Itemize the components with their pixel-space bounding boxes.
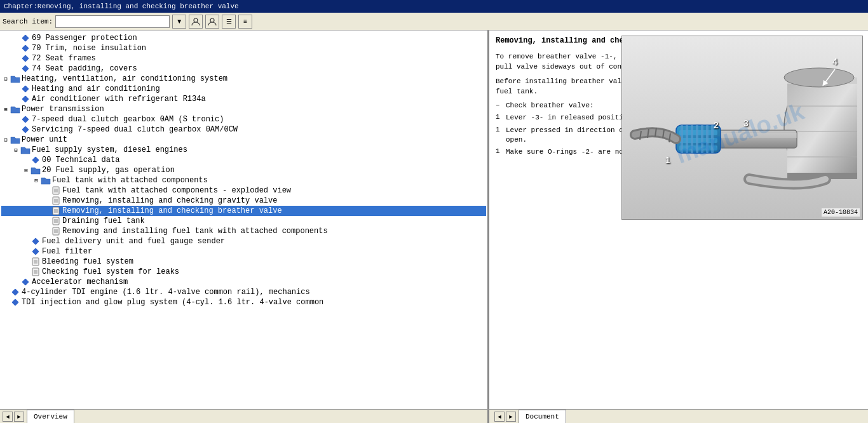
doc-next-btn[interactable]: ► [506, 412, 516, 422]
tree-item-t25[interactable]: Accelerator mechanism [1, 277, 486, 287]
expander-t24[interactable] [22, 267, 31, 276]
svg-rect-2 [22, 34, 29, 41]
user-btn[interactable] [189, 15, 203, 29]
search-input[interactable] [55, 15, 170, 28]
tree-item-t9[interactable]: 7-speed dual clutch gearbox 0AM (S troni… [1, 114, 486, 124]
expander-t8[interactable]: ⊞ [1, 105, 10, 114]
label-t6: Heating and air conditioning [32, 84, 160, 93]
label-t24: Checking fuel system for leaks [42, 267, 179, 276]
tree-item-t15[interactable]: ⊟Fuel tank with attached components [1, 175, 486, 185]
image-label: A20-10834 [822, 208, 860, 217]
user2-btn[interactable] [205, 15, 219, 29]
tree-item-t7[interactable]: Air conditioner with refrigerant R134a [1, 94, 486, 104]
tree-item-t2[interactable]: 70 Trim, noise insulation [1, 43, 486, 53]
expander-t18[interactable] [42, 206, 51, 215]
expander-t15[interactable]: ⊟ [32, 176, 41, 185]
expander-t10[interactable] [11, 125, 20, 134]
title-bar: Chapter:Removing, installing and checkin… [0, 0, 868, 13]
label-t1: 69 Passenger protection [32, 34, 137, 43]
search-down-btn[interactable]: ▼ [172, 15, 186, 29]
icon-t11 [10, 135, 20, 144]
tree-item-t4[interactable]: 74 Seat padding, covers [1, 64, 486, 74]
icon-t22 [31, 247, 41, 256]
expander-t7[interactable] [11, 95, 20, 104]
doc-prev-btn[interactable]: ◄ [494, 412, 505, 422]
tree-item-t14[interactable]: ⊟20 Fuel supply, gas operation [1, 165, 486, 175]
icon-t26 [10, 288, 20, 297]
svg-rect-3 [22, 44, 29, 51]
search-label: Search item: [3, 18, 53, 25]
tree-item-t17[interactable]: Removing, installing and checking gravit… [1, 196, 486, 206]
expander-t14[interactable]: ⊟ [22, 166, 31, 175]
label-t19: Draining fuel tank [62, 217, 145, 225]
tree-item-t18[interactable]: Removing, installing and checking breath… [1, 206, 486, 216]
svg-rect-31 [32, 238, 39, 245]
tree-item-t5[interactable]: ⊟Heating, ventilation, air conditioning … [1, 74, 486, 84]
list-btn[interactable]: ☰ [222, 15, 236, 29]
tree-item-t24[interactable]: Checking fuel system for leaks [1, 267, 486, 277]
bullet-dash: – [496, 101, 506, 111]
icon-t14 [31, 166, 41, 175]
icon-t23 [31, 257, 41, 266]
svg-rect-6 [22, 85, 29, 92]
expander-t11[interactable]: ⊟ [1, 135, 10, 144]
expander-t4[interactable] [11, 64, 20, 73]
expander-t19[interactable] [42, 217, 51, 225]
overview-tab[interactable]: Overview [27, 410, 74, 423]
expander-t23[interactable] [22, 257, 31, 266]
tree-item-t1[interactable]: 69 Passenger protection [1, 33, 486, 43]
expander-t12[interactable]: ⊟ [11, 145, 20, 154]
label-t2: 70 Trim, noise insulation [32, 44, 146, 53]
tree-item-t8[interactable]: ⊞Power transmission [1, 104, 486, 114]
expander-t1[interactable] [11, 34, 20, 43]
expander-t17[interactable] [42, 196, 51, 205]
svg-rect-41 [22, 278, 29, 285]
document-tab[interactable]: Document [519, 410, 566, 423]
expander-t22[interactable] [22, 247, 31, 256]
tree-item-t23[interactable]: Bleeding fuel system [1, 257, 486, 267]
expander-t27[interactable] [1, 298, 10, 307]
expander-t13[interactable] [22, 156, 31, 164]
expander-t5[interactable]: ⊟ [1, 74, 10, 83]
menu-btn[interactable]: ≡ [238, 15, 252, 29]
expander-t26[interactable] [1, 288, 10, 297]
tree-item-t22[interactable]: Fuel filter [1, 246, 486, 257]
tree-item-t3[interactable]: 72 Seat frames [1, 53, 486, 64]
label-t27: TDI injection and glow plug system (4-cy… [22, 298, 323, 307]
expander-t6[interactable] [11, 84, 20, 93]
tree-item-t10[interactable]: Servicing 7-speed dual clutch gearbox 0A… [1, 124, 486, 135]
tree-item-t6[interactable]: Heating and air conditioning [1, 84, 486, 94]
icon-t2 [20, 44, 31, 53]
label-t13: 00 Technical data [42, 156, 119, 164]
bullet-1c: 1 [496, 147, 506, 157]
expander-t20[interactable] [42, 227, 51, 236]
tree-item-t16[interactable]: Fuel tank with attached components - exp… [1, 185, 486, 196]
svg-rect-43 [11, 299, 18, 306]
tree-item-t26[interactable]: 4-cylinder TDI engine (1.6 ltr. 4-valve … [1, 287, 486, 297]
expander-t3[interactable] [11, 54, 20, 63]
icon-t20 [51, 227, 61, 236]
icon-t16 [51, 186, 61, 195]
expander-t9[interactable] [11, 115, 20, 124]
tree-item-t11[interactable]: ⊟Power unit [1, 135, 486, 145]
expander-t16[interactable] [42, 186, 51, 195]
scroll-right-btn[interactable]: ► [14, 412, 24, 422]
expander-t21[interactable] [22, 237, 31, 246]
tree-item-t13[interactable]: 00 Technical data [1, 155, 486, 165]
label-t25: Accelerator mechanism [32, 278, 128, 286]
label-t4: 74 Seat padding, covers [32, 64, 137, 73]
icon-t25 [20, 278, 31, 286]
svg-rect-42 [11, 288, 18, 295]
svg-rect-5 [22, 65, 29, 72]
tree-item-t27[interactable]: TDI injection and glow plug system (4-cy… [1, 297, 486, 307]
scroll-left-btn[interactable]: ◄ [3, 412, 13, 422]
icon-t4 [20, 64, 31, 73]
tree-item-t19[interactable]: Draining fuel tank [1, 216, 486, 226]
tree-item-t21[interactable]: Fuel delivery unit and fuel gauge sender [1, 236, 486, 246]
tree-item-t20[interactable]: Removing and installing fuel tank with a… [1, 226, 486, 236]
expander-t25[interactable] [11, 278, 20, 286]
tree-container[interactable]: 69 Passenger protection70 Trim, noise in… [0, 30, 487, 409]
status-bar: ◄ ► Overview ◄ ► Document [0, 409, 868, 423]
tree-item-t12[interactable]: ⊟Fuel supply system, diesel engines [1, 145, 486, 155]
expander-t2[interactable] [11, 44, 20, 53]
